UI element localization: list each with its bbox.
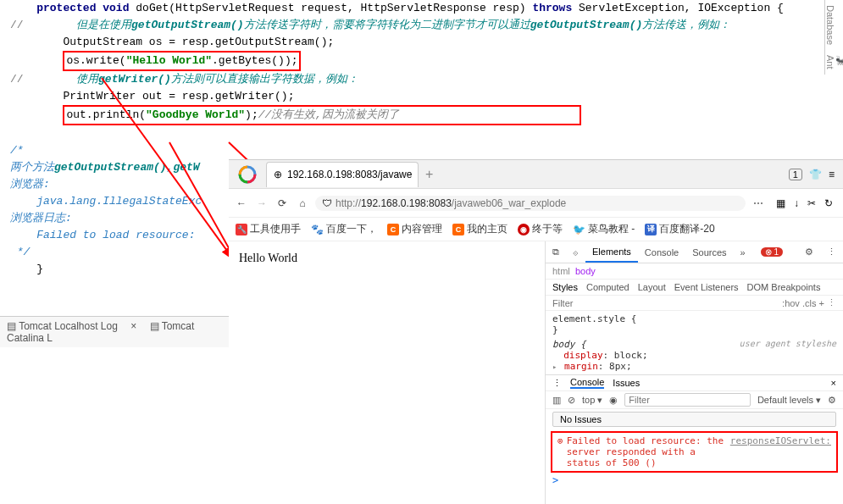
console-prompt[interactable]: > <box>546 474 843 486</box>
bookmark-item[interactable]: ◉终于等 <box>518 222 563 236</box>
devtools-dock-icon[interactable]: ⧉ <box>546 241 566 263</box>
browser-tab[interactable]: ⊕ 192.168.0.198:8083/javawe × <box>266 162 419 187</box>
error-count[interactable]: ⊗ 1 <box>752 241 790 263</box>
styles-pane[interactable]: element.style { } body {user agent style… <box>546 311 843 374</box>
subtab-layout[interactable]: Layout <box>638 282 666 292</box>
ide-bottom-tabs: ▤ Tomcat Localhost Log × ▤ Tomcat Catali… <box>0 316 229 347</box>
live-expr-icon[interactable]: ◉ <box>609 395 618 406</box>
styles-more-icon[interactable]: ⋮ <box>827 297 836 308</box>
page-content: Hello World <box>229 241 545 504</box>
translate-icon[interactable]: ⋯ <box>751 197 766 209</box>
sidebar-ant[interactable]: Ant <box>824 50 843 75</box>
apps-icon[interactable]: ▦ <box>776 197 785 209</box>
code-line: // 使用getWriter()方法则可以直接输出字符数据，例如： <box>10 71 843 88</box>
code-line: protected void doGet(HttpServletRequest … <box>10 0 843 17</box>
browser-window: ⊕ 192.168.0.198:8083/javawe × + 1 👕 ≡ ← … <box>229 159 843 504</box>
console-error-row[interactable]: ⊗ Failed to load resource: the server re… <box>551 431 838 473</box>
tab-more[interactable]: » <box>734 241 752 263</box>
inspect-icon[interactable]: ⟐ <box>566 241 585 263</box>
subtab-computed[interactable]: Computed <box>586 282 629 292</box>
styles-filter-input[interactable] <box>552 298 782 308</box>
subtab-styles[interactable]: Styles <box>552 282 578 292</box>
bookmark-item[interactable]: C内容管理 <box>387 222 442 236</box>
clear-console-icon[interactable]: ⊘ <box>568 395 575 406</box>
context-select[interactable]: top ▾ <box>582 395 602 406</box>
address-bar: ← → ⟳ ⌂ 🛡 http://192.168.0.198:8083/java… <box>229 189 843 218</box>
subtab-dom-bp[interactable]: DOM Breakpoints <box>747 282 821 292</box>
incognito-icon[interactable]: 👕 <box>809 169 822 180</box>
url-input[interactable]: 🛡 http://192.168.0.198:8083/javaweb06_wa… <box>315 196 746 211</box>
doc-comment: /* <box>10 142 843 159</box>
code-line: // 但是在使用getOutputStream()方法传送字符时，需要将字符转化… <box>10 17 843 34</box>
bookmark-item[interactable]: 译百度翻译-20 <box>645 222 714 236</box>
kebab-icon[interactable]: ⋮ <box>820 241 843 263</box>
shield-icon: 🛡 <box>322 197 332 209</box>
tab-sources[interactable]: Sources <box>685 241 733 263</box>
ide-right-toolbar: Database Ant <box>824 0 843 169</box>
error-message: Failed to load resource: the server resp… <box>567 435 727 468</box>
globe-icon: ⊕ <box>274 169 282 180</box>
subtab-events[interactable]: Event Listeners <box>674 282 739 292</box>
drawer-tab-console[interactable]: Console <box>570 377 604 389</box>
console-sidebar-icon[interactable]: ▥ <box>552 395 561 406</box>
hov-toggle[interactable]: :hov <box>782 298 800 308</box>
devtools-panel: ⧉ ⟐ Elements Console Sources » ⊗ 1 ⚙ ⋮ h… <box>545 241 843 504</box>
home-button[interactable]: ⌂ <box>295 197 310 209</box>
console-drawer-icon[interactable]: ⋮ <box>552 378 562 389</box>
download-icon[interactable]: ↓ <box>794 197 799 209</box>
code-line: os.write("Hello World".getBytes()); <box>10 51 843 71</box>
tab-console[interactable]: Console <box>638 241 685 263</box>
console-filter-input[interactable] <box>624 393 751 407</box>
error-icon: ⊗ <box>557 435 563 468</box>
cls-toggle[interactable]: .cls <box>802 298 817 308</box>
tab-tomcat-localhost[interactable]: ▤ Tomcat Localhost Log × <box>7 320 136 332</box>
console-settings-icon[interactable]: ⚙ <box>828 395 836 406</box>
restore-icon[interactable]: ↻ <box>824 197 833 209</box>
back-button[interactable]: ← <box>234 197 249 209</box>
new-tab-button[interactable]: + <box>425 167 433 182</box>
no-issues-badge[interactable]: No Issues <box>552 412 836 427</box>
scissors-icon[interactable]: ✂ <box>807 197 816 209</box>
code-line: OutputStream os = resp.getOutputStream()… <box>10 34 843 51</box>
levels-select[interactable]: Default levels ▾ <box>757 395 821 406</box>
bookmark-item[interactable]: C我的主页 <box>452 222 507 236</box>
settings-icon[interactable]: ⚙ <box>798 241 820 263</box>
tab-title: 192.168.0.198:8083/javawe <box>287 169 412 180</box>
code-line: PrintWriter out = resp.getWriter(); <box>10 88 843 105</box>
menu-icon[interactable]: ≡ <box>829 169 835 180</box>
tab-elements[interactable]: Elements <box>585 241 638 263</box>
sidebar-database[interactable]: Database <box>824 0 835 50</box>
bookmark-item[interactable]: 🐦菜鸟教程 - <box>573 222 635 236</box>
dom-breadcrumb[interactable]: html body <box>546 263 843 280</box>
bookmark-item[interactable]: 🔧工具使用手 <box>236 222 301 236</box>
drawer-tab-issues[interactable]: Issues <box>613 378 640 388</box>
tab-count-badge[interactable]: 1 <box>789 169 802 180</box>
browser-tabstrip: ⊕ 192.168.0.198:8083/javawe × + 1 👕 ≡ <box>229 160 843 189</box>
bookmark-item[interactable]: 🐾百度一下， <box>311 222 377 236</box>
new-rule-button[interactable]: + <box>819 298 824 308</box>
code-line: out.println("Goodbye World");//没有生效,因为流被… <box>10 105 843 125</box>
forward-button[interactable]: → <box>254 197 269 209</box>
error-source-link[interactable]: responseIOServlet: <box>730 435 831 468</box>
drawer-close-icon[interactable]: × <box>831 378 836 388</box>
bookmarks-bar: 🔧工具使用手 🐾百度一下， C内容管理 C我的主页 ◉终于等 🐦菜鸟教程 - 译… <box>229 218 843 241</box>
reload-button[interactable]: ⟳ <box>275 197 290 209</box>
browser-logo-icon <box>237 164 258 185</box>
